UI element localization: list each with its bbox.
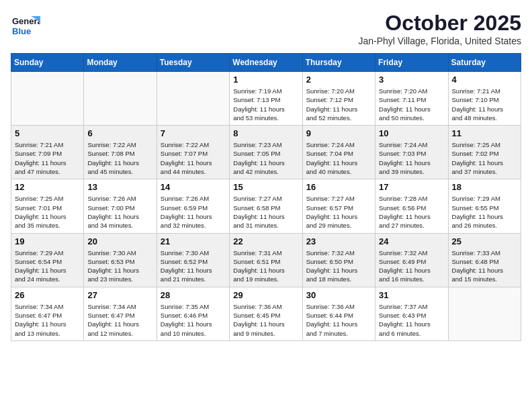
calendar-day-cell: [157, 72, 229, 126]
day-number: 29: [233, 290, 298, 300]
day-number: 26: [15, 290, 80, 300]
day-info: Sunrise: 7:27 AM Sunset: 6:57 PM Dayligh…: [306, 194, 371, 230]
calendar-week-row: 26Sunrise: 7:34 AM Sunset: 6:47 PM Dayli…: [11, 287, 521, 340]
calendar-day-cell: 5Sunrise: 7:21 AM Sunset: 7:09 PM Daylig…: [11, 126, 84, 179]
day-info: Sunrise: 7:36 AM Sunset: 6:45 PM Dayligh…: [233, 302, 298, 338]
day-number: 31: [379, 290, 444, 300]
weekday-header-row: SundayMondayTuesdayWednesdayThursdayFrid…: [11, 54, 521, 72]
day-info: Sunrise: 7:23 AM Sunset: 7:05 PM Dayligh…: [233, 140, 298, 176]
day-info: Sunrise: 7:25 AM Sunset: 7:02 PM Dayligh…: [452, 140, 517, 176]
day-info: Sunrise: 7:24 AM Sunset: 7:03 PM Dayligh…: [379, 140, 444, 176]
day-number: 22: [233, 236, 298, 246]
calendar-day-cell: 14Sunrise: 7:26 AM Sunset: 6:59 PM Dayli…: [157, 179, 229, 233]
day-info: Sunrise: 7:20 AM Sunset: 7:11 PM Dayligh…: [379, 87, 444, 122]
day-info: Sunrise: 7:29 AM Sunset: 6:54 PM Dayligh…: [15, 248, 80, 284]
day-info: Sunrise: 7:30 AM Sunset: 6:53 PM Dayligh…: [87, 248, 152, 284]
calendar-day-cell: [84, 72, 157, 126]
day-info: Sunrise: 7:22 AM Sunset: 7:08 PM Dayligh…: [87, 140, 152, 176]
calendar-day-cell: 6Sunrise: 7:22 AM Sunset: 7:08 PM Daylig…: [84, 126, 157, 179]
calendar-table: SundayMondayTuesdayWednesdayThursdayFrid…: [11, 53, 521, 341]
day-info: Sunrise: 7:29 AM Sunset: 6:55 PM Dayligh…: [452, 194, 517, 230]
location-title: Jan-Phyl Village, Florida, United States: [358, 36, 521, 46]
day-number: 16: [306, 182, 371, 192]
calendar-day-cell: 25Sunrise: 7:33 AM Sunset: 6:48 PM Dayli…: [448, 233, 521, 287]
page-header: General Blue October 2025 Jan-Phyl Villa…: [11, 11, 521, 46]
day-info: Sunrise: 7:37 AM Sunset: 6:43 PM Dayligh…: [379, 302, 444, 338]
day-info: Sunrise: 7:26 AM Sunset: 6:59 PM Dayligh…: [161, 194, 226, 230]
day-info: Sunrise: 7:34 AM Sunset: 6:47 PM Dayligh…: [15, 302, 80, 338]
day-info: Sunrise: 7:27 AM Sunset: 6:58 PM Dayligh…: [233, 194, 298, 230]
calendar-day-cell: 28Sunrise: 7:35 AM Sunset: 6:46 PM Dayli…: [157, 287, 229, 340]
day-number: 5: [15, 128, 80, 138]
day-info: Sunrise: 7:21 AM Sunset: 7:10 PM Dayligh…: [452, 87, 517, 122]
day-number: 10: [379, 128, 444, 138]
day-number: 18: [452, 182, 517, 192]
calendar-day-cell: 23Sunrise: 7:32 AM Sunset: 6:50 PM Dayli…: [302, 233, 375, 287]
calendar-day-cell: 4Sunrise: 7:21 AM Sunset: 7:10 PM Daylig…: [448, 72, 521, 126]
day-info: Sunrise: 7:32 AM Sunset: 6:49 PM Dayligh…: [379, 248, 444, 284]
calendar-week-row: 19Sunrise: 7:29 AM Sunset: 6:54 PM Dayli…: [11, 233, 521, 287]
day-info: Sunrise: 7:30 AM Sunset: 6:52 PM Dayligh…: [161, 248, 226, 284]
day-number: 19: [15, 236, 80, 246]
calendar-day-cell: 1Sunrise: 7:19 AM Sunset: 7:13 PM Daylig…: [230, 72, 302, 126]
calendar-day-cell: 24Sunrise: 7:32 AM Sunset: 6:49 PM Dayli…: [375, 233, 448, 287]
day-number: 23: [306, 236, 371, 246]
calendar-day-cell: 9Sunrise: 7:24 AM Sunset: 7:04 PM Daylig…: [302, 126, 375, 179]
day-number: 25: [452, 236, 517, 246]
calendar-day-cell: 31Sunrise: 7:37 AM Sunset: 6:43 PM Dayli…: [375, 287, 448, 340]
day-number: 3: [379, 75, 444, 85]
day-number: 4: [452, 75, 517, 85]
day-number: 21: [161, 236, 226, 246]
title-block: October 2025 Jan-Phyl Village, Florida, …: [358, 11, 521, 46]
day-number: 28: [161, 290, 226, 300]
logo: General Blue: [11, 11, 40, 40]
day-info: Sunrise: 7:32 AM Sunset: 6:50 PM Dayligh…: [306, 248, 371, 284]
logo-icon: General Blue: [11, 11, 40, 40]
calendar-week-row: 12Sunrise: 7:25 AM Sunset: 7:01 PM Dayli…: [11, 179, 521, 233]
calendar-day-cell: 10Sunrise: 7:24 AM Sunset: 7:03 PM Dayli…: [375, 126, 448, 179]
calendar-day-cell: 15Sunrise: 7:27 AM Sunset: 6:58 PM Dayli…: [230, 179, 302, 233]
day-number: 9: [306, 128, 371, 138]
day-info: Sunrise: 7:34 AM Sunset: 6:47 PM Dayligh…: [87, 302, 152, 338]
calendar-day-cell: 20Sunrise: 7:30 AM Sunset: 6:53 PM Dayli…: [84, 233, 157, 287]
weekday-header-saturday: Saturday: [448, 54, 521, 72]
weekday-header-friday: Friday: [375, 54, 448, 72]
day-number: 13: [87, 182, 152, 192]
day-info: Sunrise: 7:35 AM Sunset: 6:46 PM Dayligh…: [161, 302, 226, 338]
day-number: 30: [306, 290, 371, 300]
day-info: Sunrise: 7:25 AM Sunset: 7:01 PM Dayligh…: [15, 194, 80, 230]
day-number: 2: [306, 75, 371, 85]
calendar-day-cell: 7Sunrise: 7:22 AM Sunset: 7:07 PM Daylig…: [157, 126, 229, 179]
weekday-header-sunday: Sunday: [11, 54, 84, 72]
day-info: Sunrise: 7:36 AM Sunset: 6:44 PM Dayligh…: [306, 302, 371, 338]
day-info: Sunrise: 7:28 AM Sunset: 6:56 PM Dayligh…: [379, 194, 444, 230]
day-info: Sunrise: 7:19 AM Sunset: 7:13 PM Dayligh…: [233, 87, 298, 122]
weekday-header-monday: Monday: [84, 54, 157, 72]
svg-text:Blue: Blue: [12, 26, 31, 36]
calendar-day-cell: 29Sunrise: 7:36 AM Sunset: 6:45 PM Dayli…: [230, 287, 302, 340]
day-info: Sunrise: 7:26 AM Sunset: 7:00 PM Dayligh…: [87, 194, 152, 230]
calendar-day-cell: 27Sunrise: 7:34 AM Sunset: 6:47 PM Dayli…: [84, 287, 157, 340]
calendar-day-cell: 2Sunrise: 7:20 AM Sunset: 7:12 PM Daylig…: [302, 72, 375, 126]
calendar-day-cell: 18Sunrise: 7:29 AM Sunset: 6:55 PM Dayli…: [448, 179, 521, 233]
day-info: Sunrise: 7:20 AM Sunset: 7:12 PM Dayligh…: [306, 87, 371, 122]
calendar-day-cell: [448, 287, 521, 340]
day-number: 7: [161, 128, 226, 138]
calendar-day-cell: 13Sunrise: 7:26 AM Sunset: 7:00 PM Dayli…: [84, 179, 157, 233]
day-number: 11: [452, 128, 517, 138]
calendar-day-cell: 8Sunrise: 7:23 AM Sunset: 7:05 PM Daylig…: [230, 126, 302, 179]
day-number: 12: [15, 182, 80, 192]
calendar-day-cell: 11Sunrise: 7:25 AM Sunset: 7:02 PM Dayli…: [448, 126, 521, 179]
day-number: 1: [233, 75, 298, 85]
calendar-day-cell: 3Sunrise: 7:20 AM Sunset: 7:11 PM Daylig…: [375, 72, 448, 126]
day-number: 20: [87, 236, 152, 246]
day-number: 17: [379, 182, 444, 192]
calendar-day-cell: 22Sunrise: 7:31 AM Sunset: 6:51 PM Dayli…: [230, 233, 302, 287]
calendar-day-cell: 26Sunrise: 7:34 AM Sunset: 6:47 PM Dayli…: [11, 287, 84, 340]
calendar-day-cell: 21Sunrise: 7:30 AM Sunset: 6:52 PM Dayli…: [157, 233, 229, 287]
calendar-week-row: 1Sunrise: 7:19 AM Sunset: 7:13 PM Daylig…: [11, 72, 521, 126]
day-number: 24: [379, 236, 444, 246]
day-number: 6: [87, 128, 152, 138]
weekday-header-wednesday: Wednesday: [230, 54, 302, 72]
day-number: 14: [161, 182, 226, 192]
